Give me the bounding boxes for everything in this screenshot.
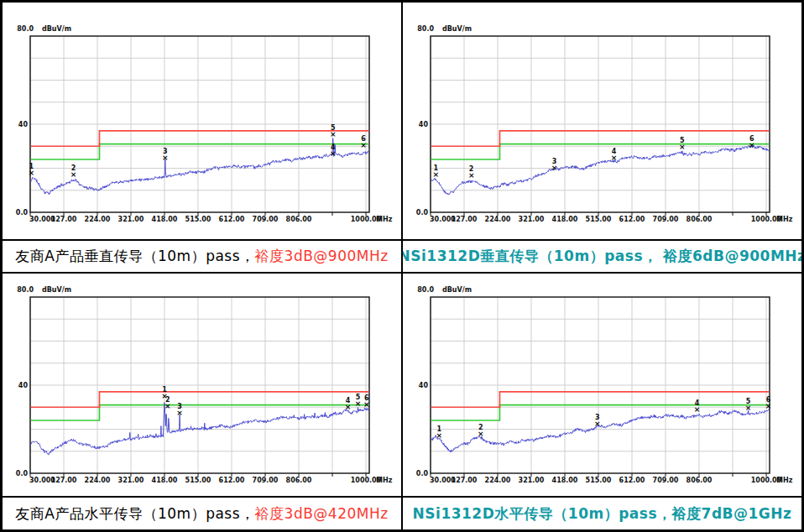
svg-text:6: 6 <box>749 135 754 143</box>
svg-text:dBuV/m: dBuV/m <box>442 286 472 294</box>
caption-rival-horizontal: 友商A产品水平传导（10m）pass，裕度3dB@420MHz <box>3 498 401 529</box>
svg-text:80.0: 80.0 <box>417 286 434 294</box>
chart-cell-rival-vertical: 80.0dBuV/m400.030.000127.00224.00321.004… <box>3 3 401 239</box>
svg-text:1: 1 <box>433 164 438 172</box>
svg-text:321.00: 321.00 <box>519 216 545 223</box>
emc-chart-nsi-vertical: 80.0dBuV/m400.030.000127.00224.00321.004… <box>403 3 797 231</box>
svg-text:709.00: 709.00 <box>653 216 679 223</box>
svg-text:5: 5 <box>356 394 361 401</box>
svg-text:40: 40 <box>419 121 429 128</box>
svg-text:4: 4 <box>331 143 336 151</box>
svg-text:418.00: 418.00 <box>152 477 178 484</box>
svg-text:80.0: 80.0 <box>17 25 34 33</box>
chart-cell-nsi-horizontal: 80.0dBuV/m400.030.000127.00224.00321.004… <box>403 274 801 496</box>
svg-text:806.00: 806.00 <box>286 216 312 223</box>
svg-text:418.00: 418.00 <box>552 216 578 223</box>
svg-text:0.0: 0.0 <box>16 209 29 216</box>
svg-text:4: 4 <box>695 399 700 407</box>
svg-text:709.00: 709.00 <box>653 477 679 484</box>
svg-text:127.00: 127.00 <box>51 477 77 484</box>
svg-text:515.00: 515.00 <box>586 477 612 484</box>
svg-text:1: 1 <box>162 386 167 394</box>
svg-text:321.00: 321.00 <box>519 477 545 484</box>
svg-text:80.0: 80.0 <box>17 286 34 294</box>
svg-text:612.00: 612.00 <box>219 477 245 484</box>
chart-cell-nsi-vertical: 80.0dBuV/m400.030.000127.00224.00321.004… <box>403 3 801 239</box>
caption-text-margin: 裕度3dB@420MHz <box>255 504 389 524</box>
svg-text:4: 4 <box>346 397 351 404</box>
caption-text-main: NSi1312D垂直传导（10m）pass， <box>403 247 658 266</box>
caption-rival-vertical: 友商A产品垂直传导（10m）pass，裕度3dB@900MHz <box>3 241 401 272</box>
svg-text:3: 3 <box>595 414 600 421</box>
svg-text:127.00: 127.00 <box>51 216 77 223</box>
svg-text:dBuV/m: dBuV/m <box>42 286 71 294</box>
svg-text:0.0: 0.0 <box>16 470 29 477</box>
svg-text:2: 2 <box>71 164 76 172</box>
svg-text:127.00: 127.00 <box>452 477 478 484</box>
svg-text:2: 2 <box>165 396 170 404</box>
svg-text:612.00: 612.00 <box>219 216 245 223</box>
svg-text:5: 5 <box>331 124 336 132</box>
caption-text-margin: 裕度7dB@1GHz <box>672 504 792 524</box>
svg-text:709.00: 709.00 <box>253 216 279 223</box>
svg-text:321.00: 321.00 <box>118 477 144 484</box>
svg-text:224.00: 224.00 <box>85 477 111 484</box>
svg-text:40: 40 <box>419 382 429 389</box>
caption-text-main: NSi1312D水平传导（10m）pass， <box>413 504 672 524</box>
svg-text:806.00: 806.00 <box>687 477 713 484</box>
svg-text:515.00: 515.00 <box>185 477 211 484</box>
svg-text:224.00: 224.00 <box>485 477 511 484</box>
caption-text-main: 友商A产品垂直传导（10m）pass， <box>15 247 254 266</box>
emc-chart-rival-vertical: 80.0dBuV/m400.030.000127.00224.00321.004… <box>3 3 397 231</box>
svg-text:MHz: MHz <box>376 477 393 484</box>
svg-text:dBuV/m: dBuV/m <box>42 25 71 33</box>
svg-text:0.0: 0.0 <box>416 470 429 477</box>
svg-text:515.00: 515.00 <box>185 216 211 223</box>
svg-text:515.00: 515.00 <box>586 216 612 223</box>
chart-cell-rival-horizontal: 80.0dBuV/m400.030.000127.00224.00321.004… <box>3 274 401 496</box>
svg-text:224.00: 224.00 <box>85 216 111 223</box>
svg-text:6: 6 <box>364 394 369 402</box>
emc-report-grid: 80.0dBuV/m400.030.000127.00224.00321.004… <box>0 0 804 532</box>
svg-text:3: 3 <box>177 403 182 410</box>
svg-text:321.00: 321.00 <box>118 216 144 223</box>
svg-text:3: 3 <box>552 158 557 165</box>
svg-text:418.00: 418.00 <box>552 477 578 484</box>
svg-text:709.00: 709.00 <box>253 477 279 484</box>
caption-nsi-horizontal: NSi1312D水平传导（10m）pass，裕度7dB@1GHz <box>403 498 801 529</box>
svg-text:2: 2 <box>469 165 474 173</box>
caption-text-margin: 裕度3dB@900MHz <box>255 247 389 266</box>
svg-text:224.00: 224.00 <box>485 216 511 223</box>
svg-text:612.00: 612.00 <box>619 477 645 484</box>
caption-text-main: 友商A产品水平传导（10m）pass， <box>15 504 254 524</box>
svg-text:40: 40 <box>18 121 29 128</box>
svg-text:0.0: 0.0 <box>416 209 429 216</box>
svg-text:612.00: 612.00 <box>619 216 645 223</box>
svg-text:418.00: 418.00 <box>152 216 178 223</box>
caption-nsi-vertical: NSi1312D垂直传导（10m）pass， 裕度6dB@900MHz <box>403 241 801 272</box>
svg-text:5: 5 <box>680 137 685 144</box>
svg-text:127.00: 127.00 <box>452 216 478 223</box>
svg-text:1: 1 <box>437 425 442 433</box>
svg-text:2: 2 <box>478 424 483 431</box>
svg-text:806.00: 806.00 <box>687 216 713 223</box>
emc-chart-rival-horizontal: 80.0dBuV/m400.030.000127.00224.00321.004… <box>3 274 397 492</box>
svg-text:6: 6 <box>766 396 771 404</box>
svg-text:dBuV/m: dBuV/m <box>442 25 472 33</box>
svg-text:4: 4 <box>612 148 617 155</box>
emc-chart-nsi-horizontal: 80.0dBuV/m400.030.000127.00224.00321.004… <box>403 274 797 492</box>
svg-text:MHz: MHz <box>376 216 393 223</box>
svg-text:40: 40 <box>18 382 29 389</box>
svg-text:3: 3 <box>163 148 168 155</box>
svg-text:6: 6 <box>361 135 366 143</box>
svg-text:1: 1 <box>29 163 34 170</box>
svg-text:80.0: 80.0 <box>417 25 434 33</box>
svg-text:MHz: MHz <box>776 477 793 484</box>
svg-text:MHz: MHz <box>776 216 793 223</box>
svg-text:5: 5 <box>746 398 751 405</box>
svg-text:806.00: 806.00 <box>286 477 312 484</box>
caption-text-margin: 裕度6dB@900MHz <box>658 247 801 266</box>
